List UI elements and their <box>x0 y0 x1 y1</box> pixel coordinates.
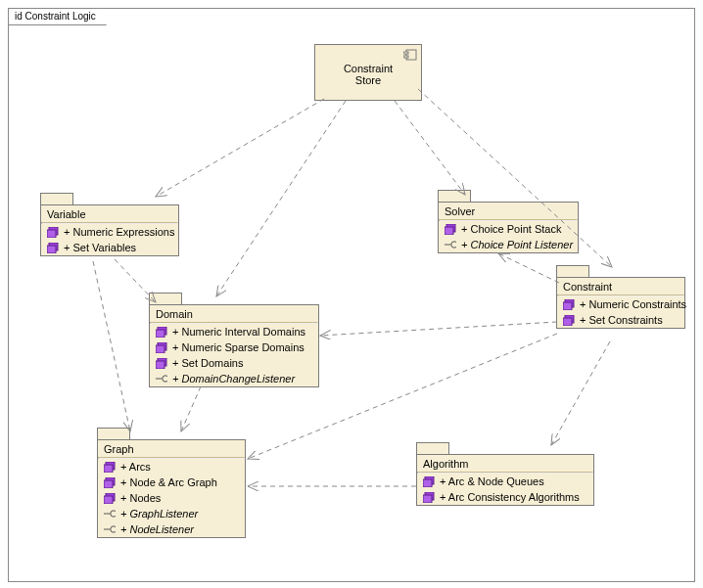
package-item-label: + NodeListener <box>120 523 194 535</box>
package-item-label: + Nodes <box>120 492 161 504</box>
package-item-label: + Numeric Interval Domains <box>172 326 305 338</box>
package-item: + Choice Point Listener <box>439 237 578 252</box>
package-title: Graph <box>98 440 245 457</box>
module-icon <box>104 493 116 503</box>
package-item-label: + Set Domains <box>172 357 243 369</box>
package-item: + Arc Consistency Algorithms <box>417 489 593 505</box>
svg-rect-12 <box>563 302 572 310</box>
svg-rect-6 <box>47 246 56 253</box>
svg-rect-4 <box>47 230 56 238</box>
svg-line-37 <box>156 99 324 197</box>
module-icon <box>563 315 575 325</box>
package-item: + Arcs <box>98 459 245 475</box>
svg-line-44 <box>498 253 559 283</box>
svg-point-21 <box>163 376 167 382</box>
module-icon <box>423 476 435 486</box>
module-icon <box>104 462 116 472</box>
interface-icon <box>445 240 456 249</box>
package-item: + Nodes <box>98 490 245 506</box>
diagram-canvas: id Constraint Logic Constraint Store Var… <box>0 0 703 588</box>
svg-rect-26 <box>104 480 113 488</box>
module-icon <box>156 327 167 337</box>
package-body: Domain + Numeric Interval Domains+ Numer… <box>149 304 319 387</box>
package-item-label: + Set Variables <box>64 242 136 253</box>
package-title: Solver <box>439 203 578 219</box>
module-icon <box>563 299 575 309</box>
package-item: + NodeListener <box>98 521 245 537</box>
package-item-label: + Set Constraints <box>580 314 663 326</box>
package-body: Variable + Numeric Expressions+ Set Vari… <box>40 204 179 256</box>
package-item: + Choice Point Stack <box>439 221 578 237</box>
svg-rect-14 <box>563 318 572 326</box>
module-icon <box>156 342 167 352</box>
component-icon <box>403 49 417 63</box>
svg-line-43 <box>181 386 201 431</box>
package-title: Variable <box>41 205 178 222</box>
package-body: Algorithm + Arc & Node Queues+ Arc Consi… <box>416 454 594 506</box>
component-constraint-store[interactable]: Constraint Store <box>314 44 422 101</box>
package-body: Graph + Arcs+ Node & Arc Graph+ Nodes+ G… <box>97 439 246 538</box>
svg-rect-8 <box>445 227 453 235</box>
package-item-label: + DomainChangeListener <box>172 373 295 384</box>
package-title: Algorithm <box>417 455 593 472</box>
svg-line-38 <box>216 101 346 296</box>
svg-line-39 <box>395 101 465 195</box>
module-icon <box>423 492 435 502</box>
svg-point-9 <box>451 242 456 248</box>
interface-icon <box>156 374 167 384</box>
package-item: + Numeric Constraints <box>557 296 684 312</box>
package-title: Domain <box>150 305 318 322</box>
svg-rect-1 <box>403 52 408 54</box>
svg-rect-2 <box>403 56 408 58</box>
svg-point-31 <box>111 526 116 532</box>
package-item-label: + Arc Consistency Algorithms <box>440 491 580 503</box>
svg-line-42 <box>93 261 130 431</box>
package-item: + Set Variables <box>41 240 178 255</box>
package-item: + GraphListener <box>98 506 245 521</box>
svg-rect-16 <box>156 330 164 338</box>
package-body: Solver + Choice Point Stack+ Choice Poin… <box>438 202 579 253</box>
module-icon <box>445 224 456 234</box>
package-item-label: + Node & Arc Graph <box>120 476 217 488</box>
svg-rect-36 <box>423 495 432 503</box>
svg-rect-20 <box>156 361 164 369</box>
package-item-label: + Numeric Sparse Domains <box>172 341 305 353</box>
module-icon <box>156 358 167 368</box>
module-icon <box>47 243 59 252</box>
package-item: + Arc & Node Queues <box>417 474 593 489</box>
frame-title: id Constraint Logic <box>15 11 96 22</box>
package-item-label: + GraphListener <box>120 508 198 520</box>
svg-rect-34 <box>423 479 432 487</box>
svg-point-29 <box>111 511 116 517</box>
svg-line-47 <box>551 341 610 445</box>
package-body: Constraint + Numeric Constraints+ Set Co… <box>556 277 685 329</box>
package-item: + Node & Arc Graph <box>98 475 245 490</box>
package-item-label: + Numeric Expressions <box>64 226 174 238</box>
interface-icon <box>104 524 116 534</box>
package-title: Constraint <box>557 278 684 294</box>
frame-title-tab: id Constraint Logic <box>8 8 107 25</box>
svg-rect-28 <box>104 496 113 504</box>
package-item: + DomainChangeListener <box>150 371 318 386</box>
package-item: + Set Constraints <box>557 312 684 328</box>
package-item-label: + Arcs <box>120 461 151 473</box>
diagram-frame: id Constraint Logic Constraint Store Var… <box>8 8 695 582</box>
svg-rect-24 <box>104 465 113 473</box>
package-item-label: + Choice Point Listener <box>461 239 573 250</box>
package-item: + Numeric Interval Domains <box>150 324 318 339</box>
svg-line-45 <box>320 322 557 336</box>
package-item: + Set Domains <box>150 355 318 371</box>
interface-icon <box>104 509 116 519</box>
svg-rect-18 <box>156 345 164 353</box>
module-icon <box>47 227 59 237</box>
package-item-label: + Arc & Node Queues <box>440 475 544 487</box>
package-item: + Numeric Sparse Domains <box>150 339 318 355</box>
package-item-label: + Numeric Constraints <box>580 298 686 310</box>
package-item: + Numeric Expressions <box>41 224 178 240</box>
package-item-label: + Choice Point Stack <box>461 223 561 235</box>
module-icon <box>104 477 116 487</box>
